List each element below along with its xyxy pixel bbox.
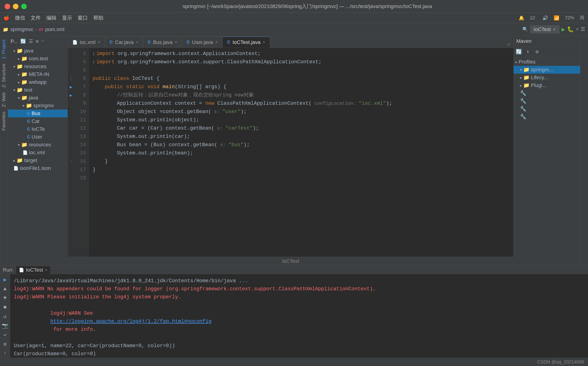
sidebar-item-meta-in[interactable]: ▸ 📁 META-IN — [8, 70, 68, 78]
run-rerun-btn[interactable]: ↺ — [1, 313, 9, 320]
minimize-button[interactable] — [13, 4, 18, 9]
menu-window[interactable]: 窗口 — [78, 15, 88, 21]
maven-plugins[interactable]: ▸ 📁 Plugi... — [514, 82, 580, 89]
traffic-lights[interactable] — [5, 4, 27, 9]
tab-ioctest-java[interactable]: C IoCTest.java × — [223, 37, 270, 48]
sidebar-item-user[interactable]: C User — [8, 133, 68, 141]
more-button[interactable]: ☰ — [581, 26, 585, 32]
sidebar-item-java-test[interactable]: ▾ 📁 java — [8, 94, 68, 102]
code-line-10: Object object =context.getBean( s: "user… — [93, 108, 510, 116]
console-output[interactable]: /Library/Java/JavaVirtualMachines/jdk1.8… — [10, 274, 588, 366]
menu-view[interactable]: 显示 — [62, 15, 72, 21]
menu-help[interactable]: 帮助 — [93, 15, 103, 21]
ln-13: 13 — [74, 133, 89, 141]
sidebar-label: springmv — [33, 103, 54, 109]
maven-item-4[interactable]: 🔧 — [514, 113, 580, 121]
code-container[interactable]: │ ▶ ▶ — [68, 48, 513, 257]
run-scroll-up-btn[interactable]: ▲ — [1, 285, 9, 293]
sidebar-item-target[interactable]: ▸ 📁 target — [8, 157, 68, 164]
maven-item-3[interactable]: 🔧 — [514, 105, 580, 113]
vtab-web[interactable]: Z: Web — [0, 91, 7, 109]
sidebar-item-resources[interactable]: ▾ 📁 resources — [8, 63, 68, 70]
tab-car-java[interactable]: C Car.java × — [105, 37, 143, 48]
sidebar-item-resources-test[interactable]: ▾ 📁 resources — [8, 141, 68, 149]
menu-weixin-label[interactable]: 微信 — [15, 15, 25, 21]
sidebar-item-springmv[interactable]: ▾ 📁 springmv — [8, 102, 68, 110]
sidebar-item-webapp[interactable]: ▸ 📁 webapp — [8, 78, 68, 86]
sidebar-item-test[interactable]: ▾ 📁 test — [8, 86, 68, 94]
debug-button[interactable]: 🐛 — [567, 26, 574, 33]
run-arrow-7[interactable]: ▶ — [70, 84, 72, 90]
maven-refresh-icon[interactable]: 🔄 — [515, 48, 522, 55]
gutter-cell-3 — [68, 50, 74, 58]
run-scroll-down-btn[interactable]: ▼ — [1, 294, 9, 302]
sidebar-item-car[interactable]: C Car — [8, 117, 68, 125]
menu-weixin[interactable]: 🍎 — [4, 15, 9, 21]
fold-close-16[interactable]: └ — [70, 160, 72, 163]
maven-profiles[interactable]: ▸ Profiles — [514, 58, 580, 66]
run-arrow-8[interactable]: ▶ — [70, 93, 72, 98]
tab-close-car[interactable]: × — [136, 40, 139, 45]
run-wrap-btn[interactable]: ↩ — [1, 331, 9, 339]
maximize-button[interactable] — [21, 4, 27, 9]
project-toolbar: 📁 springmvc › m pom.xml 🔍 IoCTest ▾ ▶ 🐛 … — [0, 23, 588, 36]
settings-icon[interactable]: ⚙ — [36, 38, 39, 44]
tab-ioc-xml[interactable]: 📄 ioc.xml × — [68, 37, 105, 48]
run-stop-btn[interactable]: ■ — [1, 304, 9, 311]
menu-file[interactable]: 文件 — [31, 15, 41, 21]
sidebar-title: P... — [11, 38, 17, 45]
tab-user-java[interactable]: C User.java × — [182, 37, 223, 48]
run-tab-icon: 📄 — [19, 267, 24, 273]
run-play-btn[interactable]: ▶ — [1, 276, 9, 283]
close-button[interactable] — [5, 4, 10, 9]
sidebar-item-ioc-xml[interactable]: 📄 ioc.xml — [8, 149, 68, 157]
vtab-project[interactable]: 1: Project — [0, 38, 7, 61]
tab-bus-java[interactable]: C Bus.java × — [143, 37, 182, 48]
run-config-selector[interactable]: IoCTest ▾ — [530, 25, 560, 34]
triangle-icon: ▾ — [520, 68, 522, 72]
run-camera-btn[interactable]: 📷 — [1, 322, 9, 329]
close-sidebar-icon[interactable]: − — [41, 39, 44, 44]
folder-icon: 📁 — [16, 87, 23, 93]
fold-icon-6[interactable]: │ — [70, 76, 72, 81]
sidebar-item-com-test[interactable]: ▸ 📁 com.test — [8, 55, 68, 63]
coverage-button[interactable]: ⚡ — [576, 26, 579, 32]
console-line-1: /Library/Java/JavaVirtualMachines/jdk1.8… — [14, 277, 584, 285]
sidebar-item-java[interactable]: ▾ 📁 java — [8, 47, 68, 55]
sync-icon[interactable]: 🔄 — [20, 38, 26, 44]
sidebar-item-iocte[interactable]: C IoCTe — [8, 125, 68, 133]
tab-close-ioctest[interactable]: × — [263, 40, 265, 45]
breadcrumb-project[interactable]: springmvc — [10, 26, 33, 32]
run-settings-btn[interactable]: ⚙ — [1, 340, 9, 348]
search-icon[interactable]: 🔍 — [522, 26, 528, 32]
vtab-structure[interactable]: Z: Structure — [0, 62, 7, 89]
run-tab-ioctest[interactable]: 📄 IoCTest × — [16, 266, 50, 274]
code-line-3: ├ import org.springframework.context.App… — [93, 50, 510, 58]
vtab-favorites[interactable]: Favorites — [0, 110, 7, 132]
sidebar-label: test — [24, 87, 32, 93]
menu-edit[interactable]: 编辑 — [46, 15, 56, 21]
breadcrumb-file[interactable]: pom.xml — [45, 26, 64, 32]
tab-close-bus[interactable]: × — [175, 40, 177, 45]
console-link[interactable]: http://logging.apache.org/log4j/1.2/faq.… — [50, 319, 212, 324]
toolbar-right: 🔍 IoCTest ▾ ▶ 🐛 ⚡ ☰ — [522, 25, 585, 34]
run-button[interactable]: ▶ — [562, 26, 565, 33]
sidebar-label: resources — [29, 142, 51, 148]
maven-lifecycle[interactable]: ▸ 📁 Lifecy... — [514, 74, 580, 82]
maven-item-2[interactable]: 🔧 — [514, 97, 580, 105]
tab-close-user[interactable]: × — [215, 40, 218, 45]
maven-item-1[interactable]: 🔧 — [514, 89, 580, 97]
chevron-down-icon[interactable]: ▾ — [553, 26, 556, 33]
collapse-icon[interactable]: ☰ — [29, 38, 33, 44]
maven-springm[interactable]: ▾ 📁 springm... — [514, 66, 580, 74]
maven-download-icon[interactable]: ⬇ — [524, 48, 532, 55]
sidebar-item-bus[interactable]: C Bus — [8, 110, 68, 117]
maven-settings-icon[interactable]: ⚙ — [533, 48, 541, 55]
sidebar-item-isonfile[interactable]: 📄 isonFile1.ison — [8, 164, 68, 172]
tab-close-ioc-xml[interactable]: × — [98, 40, 100, 45]
breadcrumb[interactable]: 📁 springmvc › m pom.xml — [3, 26, 64, 32]
run-navigate-up-btn[interactable]: ↑ — [1, 350, 9, 357]
run-tab-close[interactable]: × — [45, 268, 47, 273]
code-content[interactable]: ├ import org.springframework.context.App… — [89, 48, 513, 257]
tab-icon-java: C — [148, 40, 151, 45]
